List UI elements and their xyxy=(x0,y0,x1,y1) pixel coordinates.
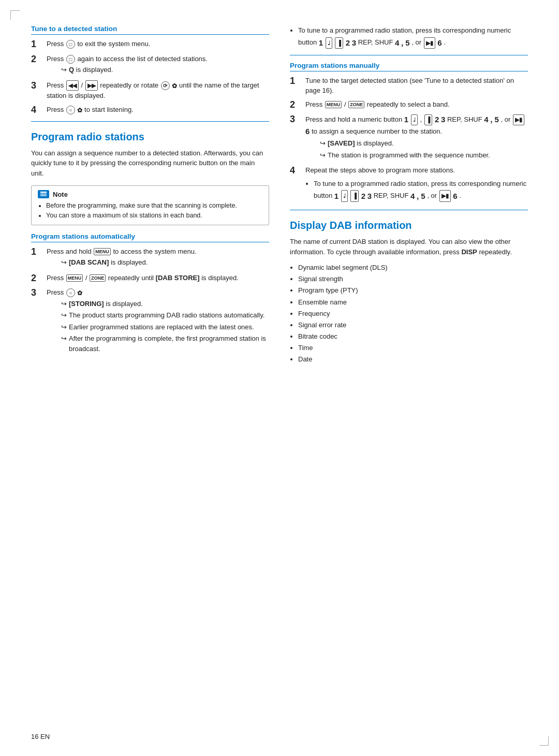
arrow-auto-1: ↪ xyxy=(61,257,67,268)
manual-step-3-content: Press and hold a numeric button 1 ♩ , ▐ … xyxy=(305,114,528,162)
manual-step-4-bullet-1: To tune to a programmed radio station, p… xyxy=(314,178,528,203)
note-label: Note xyxy=(53,191,68,198)
arrow-auto-3d: ↪ xyxy=(61,333,67,344)
tune-step-3-content: Press ◀◀ / ▶▶ repeatedly or rotate ⟳ ✿ u… xyxy=(47,80,269,101)
manual-step-3-text2: to assign a sequence number to the stati… xyxy=(312,127,442,135)
zone-btn-icon: ZONE xyxy=(90,274,106,282)
rep-m: REP, SHUF xyxy=(447,115,484,123)
note-item-2: You can store a maximum of six stations … xyxy=(46,211,262,221)
num-6-badge: 6 xyxy=(437,38,442,47)
tune-step-3-text: Press xyxy=(47,81,66,89)
svg-rect-0 xyxy=(40,192,47,193)
page: Tune to a detected station 1 Press □ to … xyxy=(0,0,559,756)
corner-top-left xyxy=(10,10,20,20)
ok-btn-icon: ○ xyxy=(66,106,75,114)
program-manually-title: Program stations manually xyxy=(290,62,528,71)
or-m: , or xyxy=(501,115,512,123)
display-dab-title: Display DAB information xyxy=(290,220,528,231)
num-4-m: 4 xyxy=(484,115,488,124)
auto-step-3-result-3: ↪ Earlier programmed stations are replac… xyxy=(61,322,269,332)
tune-step-2-result-text: Q is displayed. xyxy=(69,65,113,75)
num-3-badge: 3 xyxy=(352,38,356,47)
auto-step-3-result-1-text: [STORING] is displayed. xyxy=(69,299,143,309)
ok-btn-icon-3: ○ xyxy=(66,288,75,297)
page-lang: EN xyxy=(40,733,50,740)
auto-step-1-text: Press and hold xyxy=(47,248,93,255)
dab-item-5: Frequency xyxy=(298,308,528,319)
manual-step-3-result-2-text: The station is programmed with the seque… xyxy=(328,150,490,161)
rep-label: REP, SHUF xyxy=(358,38,395,46)
num-3-b: 3 xyxy=(367,192,372,200)
num-4-badge: 4 xyxy=(395,38,399,47)
auto-step-2: 2 Press MENU / ZONE repeatedly until [DA… xyxy=(31,273,269,284)
num-5-m: , 5 xyxy=(490,115,499,124)
tune-step-2: 2 Press □ again to access the list of de… xyxy=(31,54,269,77)
auto-step-num-2: 2 xyxy=(31,273,43,284)
note-header: Note xyxy=(38,190,262,198)
program-auto-steps: 1 Press and hold MENU to access the syst… xyxy=(31,246,269,356)
note-item-1: Before the programming, make sure that t… xyxy=(46,201,262,211)
program-radio-title: Program radio stations xyxy=(31,131,269,143)
manual-step-4-content: Repeat the steps above to program more s… xyxy=(305,165,528,205)
dab-item-8: Time xyxy=(298,342,528,354)
tune-step-2-result: ↪ Q is displayed. xyxy=(61,65,269,75)
section-divider-3 xyxy=(290,210,528,210)
auto-step-num-1: 1 xyxy=(31,246,43,258)
knob-icon: ✿ xyxy=(172,82,177,89)
auto-step-3-content: Press ○ ✿ ↪ [STORING] is displayed. ↪ Th… xyxy=(47,287,269,355)
auto-step-2-content: Press MENU / ZONE repeatedly until [DAB … xyxy=(47,273,269,283)
tune-step-3: 3 Press ◀◀ / ▶▶ repeatedly or rotate ⟳ ✿… xyxy=(31,80,269,101)
auto-step-3-text: Press xyxy=(47,288,66,296)
tune-step-4-text: Press xyxy=(47,106,66,113)
play-icon-b: ▶▮ xyxy=(439,190,451,202)
program-radio-intro: You can assign a sequence number to a de… xyxy=(31,148,269,179)
disp-btn-label: DISP xyxy=(461,248,477,256)
auto-step-1-text2: to access the system menu. xyxy=(113,248,196,255)
tune-section-title: Tune to a detected station xyxy=(31,25,269,35)
note-icon-b: ♩ xyxy=(341,190,348,202)
tune-step-1: 1 Press □ to exit the system menu. xyxy=(31,39,269,50)
manual-step-3-text: Press and hold a numeric button xyxy=(305,115,404,123)
num-2-m: 2 xyxy=(435,115,439,124)
note-icon-1: ♩ xyxy=(326,37,332,49)
arrow-auto-3a: ↪ xyxy=(61,299,67,309)
or-label: , or xyxy=(411,38,423,46)
slash-2: / xyxy=(85,274,89,282)
num-1-b: 1 xyxy=(334,192,339,200)
tune-step-1-content: Press □ to exit the system menu. xyxy=(47,39,269,49)
num-6-m: 6 xyxy=(305,127,310,136)
vol-icon-b: ▐ xyxy=(350,190,359,202)
display-dab-text-2: repeatedly. xyxy=(479,248,511,256)
rotate-icon: ⟳ xyxy=(161,81,170,90)
display-dab-text-1: The name of current DAB station is displ… xyxy=(290,238,510,256)
step-num-2: 2 xyxy=(31,54,43,65)
note-list: Before the programming, make sure that t… xyxy=(38,201,262,221)
auto-step-3-result-2-text: The product starts programming DAB radio… xyxy=(69,310,264,321)
num-5-badge: , 5 xyxy=(401,38,410,47)
play-icon: ▶▮ xyxy=(424,37,435,49)
display-dab-list: Dynamic label segment (DLS) Signal stren… xyxy=(290,262,528,365)
note-icon-m: ♩ xyxy=(411,114,418,125)
manual-step-1-content: Tune to the target detected station (see… xyxy=(305,76,528,96)
manual-step-num-3: 3 xyxy=(290,114,302,125)
step-num-1: 1 xyxy=(31,39,43,50)
prev-track-icon: ◀◀ xyxy=(66,80,79,91)
zone-btn-icon-2: ZONE xyxy=(348,101,364,109)
page-num-text: 16 xyxy=(31,733,38,740)
svg-rect-1 xyxy=(40,194,47,195)
arrow-m-3b: ↪ xyxy=(320,150,326,161)
vol-icon-m: ▐ xyxy=(424,114,433,125)
ok-icon: ✿ xyxy=(77,106,82,113)
auto-step-3-result-3-text: Earlier programmed stations are replaced… xyxy=(69,322,254,332)
note-icon xyxy=(38,190,49,198)
num-2-badge: 2 xyxy=(346,38,350,47)
rep-b: REP, SHUF xyxy=(374,192,410,199)
slash-3: / xyxy=(344,100,348,108)
program-auto-title: Program stations automatically xyxy=(31,232,269,242)
manual-step-3-result-2: ↪ The station is programmed with the seq… xyxy=(320,150,528,161)
auto-step-3-result-4: ↪ After the programming is complete, the… xyxy=(61,333,269,354)
manual-step-num-1: 1 xyxy=(290,76,302,87)
dab-item-2: Signal strength xyxy=(298,273,528,285)
manual-step-4-text: Repeat the steps above to program more s… xyxy=(305,166,455,174)
program-manually-steps: 1 Tune to the target detected station (s… xyxy=(290,76,528,205)
